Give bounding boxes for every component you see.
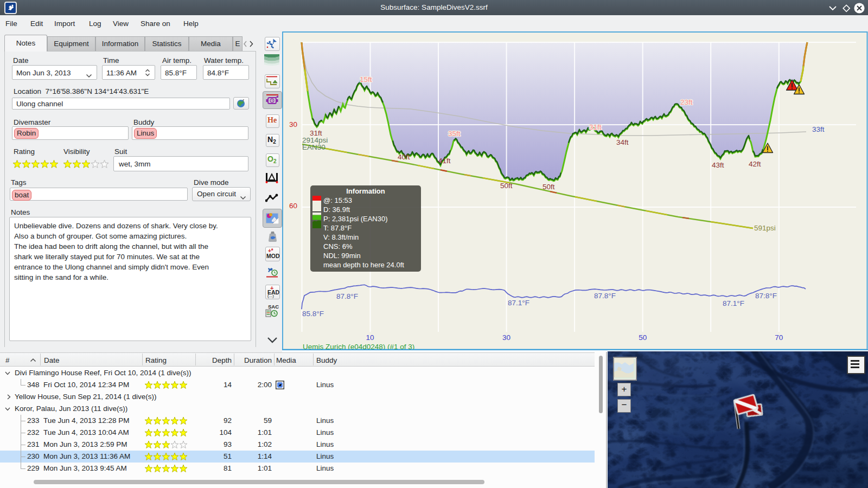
svg-text:70: 70 (775, 333, 783, 342)
svg-text:43ft: 43ft (712, 161, 724, 169)
svg-text:@: 15:53: @: 15:53 (323, 196, 352, 204)
svg-text:V: 8.3ft/min: V: 8.3ft/min (323, 233, 359, 241)
svg-text:87.8°F: 87.8°F (594, 292, 616, 300)
svg-text:CNS: 6%: CNS: 6% (323, 242, 353, 251)
svg-text:50ft: 50ft (500, 182, 513, 190)
svg-text:P: 2,381psi (EAN30): P: 2,381psi (EAN30) (323, 215, 388, 223)
svg-text:23ft: 23ft (680, 98, 693, 106)
svg-text:NDL: 99min: NDL: 99min (323, 252, 361, 260)
svg-text:87.1°F: 87.1°F (508, 299, 529, 307)
svg-text:31ft: 31ft (589, 123, 602, 131)
svg-text:42ft: 42ft (749, 160, 761, 168)
svg-text:34ft: 34ft (616, 138, 629, 146)
svg-text:87.8°F: 87.8°F (336, 292, 358, 300)
svg-text:50ft: 50ft (542, 183, 555, 191)
svg-text:15ft: 15ft (360, 75, 372, 84)
svg-text:30: 30 (502, 333, 510, 342)
svg-text:60: 60 (289, 202, 297, 210)
svg-text:T: 87.8°F: T: 87.8°F (323, 224, 352, 232)
svg-text:33ft: 33ft (812, 125, 825, 133)
svg-text:87:8°F: 87:8°F (755, 292, 777, 300)
svg-text:50: 50 (639, 333, 647, 342)
svg-text:85.8°F: 85.8°F (302, 310, 324, 318)
svg-text:Information: Information (346, 187, 385, 195)
svg-text:40ft: 40ft (398, 153, 410, 161)
svg-text:30: 30 (289, 120, 297, 129)
svg-text:591psi: 591psi (754, 224, 776, 232)
svg-text:41ft: 41ft (438, 157, 451, 165)
svg-text:mean depth to here 24.0ft: mean depth to here 24.0ft (323, 261, 404, 269)
svg-text:35ft: 35ft (448, 130, 461, 138)
svg-text:D: 36.9ft: D: 36.9ft (323, 206, 350, 214)
svg-text:87.1°F: 87.1°F (723, 299, 744, 307)
svg-text:10: 10 (366, 333, 374, 342)
svg-text:EAN30: EAN30 (302, 143, 326, 151)
